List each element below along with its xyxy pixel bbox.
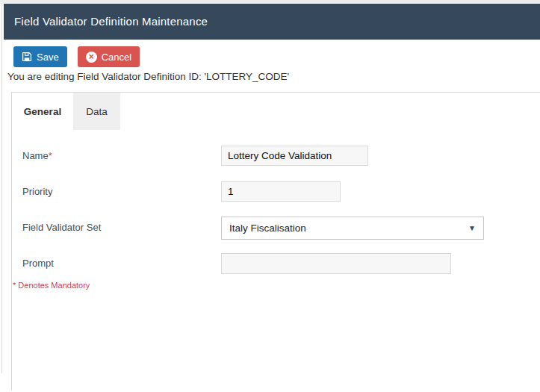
chevron-down-icon: ▼	[468, 225, 476, 232]
prompt-input[interactable]	[221, 253, 451, 274]
priority-field-label: Priority	[22, 186, 52, 197]
name-input[interactable]	[221, 146, 368, 166]
field-validator-set-value: Italy Fiscalisation	[229, 223, 306, 234]
page-title: Field Validator Definition Maintenance	[4, 4, 540, 40]
tab-data[interactable]: Data	[73, 93, 120, 130]
field-validator-definition-maintenance-page: Field Validator Definition Maintenance S…	[0, 0, 540, 392]
mandatory-note: * Denotes Mandatory	[13, 281, 90, 290]
save-button-label: Save	[37, 52, 59, 63]
cancel-button-label: Cancel	[102, 52, 131, 63]
toolbar: Save × Cancel	[13, 46, 140, 67]
page-left-border	[1, 4, 2, 373]
priority-input[interactable]	[221, 181, 341, 202]
cancel-button[interactable]: × Cancel	[78, 46, 140, 67]
floppy-disk-icon	[22, 52, 32, 62]
circle-x-icon: ×	[86, 52, 97, 63]
tab-general[interactable]: General	[12, 93, 73, 130]
required-asterisk: *	[49, 150, 52, 161]
editing-note: You are editing Field Validator Definiti…	[7, 71, 289, 82]
tab-panel: General Data	[11, 92, 540, 391]
prompt-field-label: Prompt	[22, 258, 54, 269]
page-header: Field Validator Definition Maintenance	[4, 4, 540, 40]
field-validator-set-dropdown[interactable]: Italy Fiscalisation ▼	[221, 217, 484, 240]
save-button[interactable]: Save	[13, 46, 67, 67]
tabstrip: General Data	[12, 93, 540, 130]
name-label-text: Name	[22, 150, 49, 161]
name-field-label: Name*	[22, 150, 52, 161]
field-validator-set-label: Field Validator Set	[22, 222, 101, 233]
